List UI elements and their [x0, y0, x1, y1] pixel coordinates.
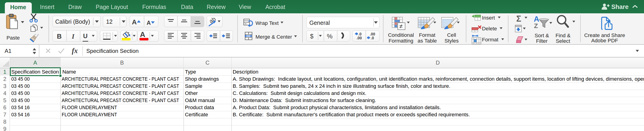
- svg-text:.00: .00: [356, 36, 362, 40]
- svg-text:.00: .00: [370, 32, 375, 36]
- svg-text:.0: .0: [371, 36, 374, 40]
- svg-text:.0: .0: [358, 32, 362, 36]
- svg-text:≠: ≠: [399, 23, 402, 30]
